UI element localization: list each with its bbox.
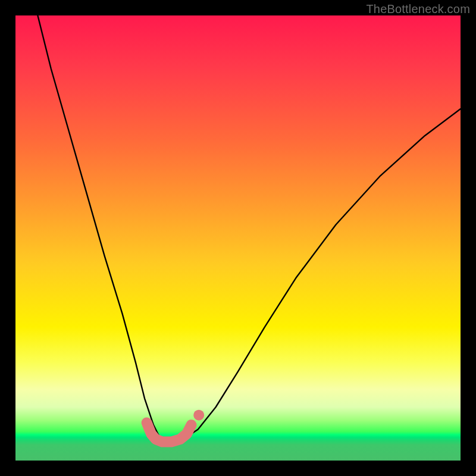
series-optimal-band (147, 422, 192, 441)
series-bottleneck-curve (37, 15, 461, 443)
series-optimal-end-marker (193, 410, 204, 421)
chart-frame: TheBottleneck.com (0, 0, 476, 476)
chart-svg (15, 15, 461, 461)
watermark-text: TheBottleneck.com (366, 2, 470, 16)
chart-plot-area (15, 15, 461, 461)
